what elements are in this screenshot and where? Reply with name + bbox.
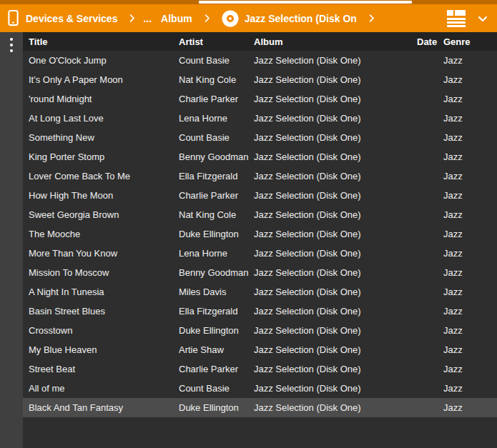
app-window: Devices & Services ... Album Jazz Select… (0, 0, 497, 448)
cell-album: Jazz Selection (Disk One) (254, 267, 417, 278)
cell-album: Jazz Selection (Disk One) (254, 364, 417, 374)
content-area: Title Artist Album Date Genre One O'Cloc… (0, 32, 497, 448)
kebab-menu-icon[interactable] (10, 32, 13, 52)
table-row[interactable]: The Mooche Duke Ellington Jazz Selection… (23, 224, 497, 244)
column-header-title[interactable]: Title (29, 36, 179, 47)
cell-artist: Nat King Cole (179, 209, 254, 220)
table-row[interactable]: More Than You Know Lena Horne Jazz Selec… (23, 244, 497, 263)
cell-genre: Jazz (443, 383, 497, 394)
table-row[interactable]: A Night In Tunesia Miles Davis Jazz Sele… (23, 282, 497, 302)
chevron-right-icon (202, 13, 212, 24)
cell-title: Basin Street Blues (29, 306, 179, 317)
cell-genre: Jazz (443, 229, 497, 239)
app-header: Devices & Services ... Album Jazz Select… (0, 4, 497, 32)
device-phone-icon (6, 9, 21, 28)
cell-genre: Jazz (443, 132, 497, 143)
table-row[interactable]: One O'Clock Jump Count Basie Jazz Select… (23, 51, 497, 70)
breadcrumb-album[interactable]: Album (161, 13, 192, 24)
cell-artist: Ella Fitzgerald (179, 171, 254, 181)
row-gutter (0, 32, 23, 448)
table-header-row: Title Artist Album Date Genre (23, 32, 497, 51)
chevron-right-icon[interactable] (366, 13, 377, 24)
cell-artist: Count Basie (179, 55, 254, 66)
cell-artist: Lena Horne (179, 113, 254, 124)
cell-album: Jazz Selection (Disk One) (254, 383, 417, 394)
track-table: Title Artist Album Date Genre One O'Cloc… (23, 32, 497, 448)
cell-title: Lover Come Back To Me (29, 171, 179, 181)
table-row[interactable]: Street Beat Charlie Parker Jazz Selectio… (23, 359, 497, 379)
cell-album: Jazz Selection (Disk One) (254, 209, 417, 220)
column-header-date[interactable]: Date (417, 36, 443, 47)
cell-title: Street Beat (29, 364, 179, 374)
table-row[interactable]: At Long Last Love Lena Horne Jazz Select… (23, 109, 497, 128)
table-row[interactable]: 'round Midnight Charlie Parker Jazz Sele… (23, 89, 497, 109)
column-header-artist[interactable]: Artist (179, 36, 254, 47)
cell-title: A Night In Tunesia (29, 287, 179, 297)
table-row[interactable]: All of me Count Basie Jazz Selection (Di… (23, 379, 497, 398)
cell-genre: Jazz (443, 55, 497, 66)
breadcrumb-scrollbar-thumb[interactable] (199, 1, 412, 4)
column-header-album[interactable]: Album (254, 36, 417, 47)
cell-artist: Duke Ellington (179, 229, 254, 239)
cell-title: It's Only A Paper Moon (29, 74, 179, 85)
cell-genre: Jazz (443, 171, 497, 181)
table-row[interactable]: Something New Count Basie Jazz Selection… (23, 128, 497, 147)
cell-title: The Mooche (29, 229, 179, 239)
cell-title: One O'Clock Jump (29, 55, 179, 66)
cell-artist: Duke Ellington (179, 402, 254, 413)
view-list-icon[interactable] (447, 10, 466, 27)
breadcrumb-ellipsis[interactable]: ... (143, 13, 152, 24)
cell-genre: Jazz (443, 325, 497, 336)
cell-album: Jazz Selection (Disk One) (254, 113, 417, 124)
chevron-right-icon (127, 13, 137, 24)
cell-genre: Jazz (443, 248, 497, 259)
table-row[interactable]: Sweet Georgia Brown Nat King Cole Jazz S… (23, 205, 497, 224)
disc-icon (222, 10, 239, 27)
table-row[interactable]: King Porter Stomp Benny Goodman Jazz Sel… (23, 147, 497, 166)
table-row[interactable]: Basin Street Blues Ella Fitzgerald Jazz … (23, 302, 497, 321)
breadcrumb-current-album[interactable]: Jazz Selection (Disk On (245, 13, 357, 24)
table-row[interactable]: It's Only A Paper Moon Nat King Cole Jaz… (23, 70, 497, 89)
table-row[interactable]: Crosstown Duke Ellington Jazz Selection … (23, 321, 497, 340)
cell-album: Jazz Selection (Disk One) (254, 248, 417, 259)
cell-title: Sweet Georgia Brown (29, 209, 179, 220)
breadcrumb-devices-services[interactable]: Devices & Services (26, 13, 117, 24)
table-row[interactable]: Black And Tan Fantasy Duke Ellington Jaz… (23, 398, 497, 417)
cell-album: Jazz Selection (Disk One) (254, 94, 417, 104)
cell-genre: Jazz (443, 306, 497, 317)
cell-album: Jazz Selection (Disk One) (254, 190, 417, 201)
cell-genre: Jazz (443, 364, 497, 374)
cell-title: Mission To Moscow (29, 267, 179, 278)
table-row[interactable]: Lover Come Back To Me Ella Fitzgerald Ja… (23, 166, 497, 186)
cell-genre: Jazz (443, 402, 497, 413)
cell-artist: Charlie Parker (179, 94, 254, 104)
breadcrumb-scrollbar-track (0, 0, 497, 4)
cell-artist: Artie Shaw (179, 344, 254, 355)
cell-title: Something New (29, 132, 179, 143)
table-row[interactable]: Mission To Moscow Benny Goodman Jazz Sel… (23, 263, 497, 282)
cell-genre: Jazz (443, 113, 497, 124)
table-row[interactable]: My Blue Heaven Artie Shaw Jazz Selection… (23, 340, 497, 359)
track-list: One O'Clock Jump Count Basie Jazz Select… (23, 51, 497, 417)
column-header-genre[interactable]: Genre (443, 36, 497, 47)
chevron-down-icon[interactable] (476, 11, 490, 26)
cell-album: Jazz Selection (Disk One) (254, 55, 417, 66)
cell-artist: Charlie Parker (179, 190, 254, 201)
cell-album: Jazz Selection (Disk One) (254, 151, 417, 162)
cell-artist: Benny Goodman (179, 267, 254, 278)
cell-title: At Long Last Love (29, 113, 179, 124)
cell-genre: Jazz (443, 267, 497, 278)
cell-artist: Count Basie (179, 132, 254, 143)
cell-genre: Jazz (443, 209, 497, 220)
cell-album: Jazz Selection (Disk One) (254, 74, 417, 85)
cell-artist: Duke Ellington (179, 325, 254, 336)
cell-title: All of me (29, 383, 179, 394)
cell-genre: Jazz (443, 94, 497, 104)
cell-genre: Jazz (443, 287, 497, 297)
cell-title: My Blue Heaven (29, 344, 179, 355)
cell-title: How High The Moon (29, 190, 179, 201)
cell-artist: Nat King Cole (179, 74, 254, 85)
table-row[interactable]: How High The Moon Charlie Parker Jazz Se… (23, 186, 497, 205)
cell-album: Jazz Selection (Disk One) (254, 402, 417, 413)
cell-artist: Count Basie (179, 383, 254, 394)
